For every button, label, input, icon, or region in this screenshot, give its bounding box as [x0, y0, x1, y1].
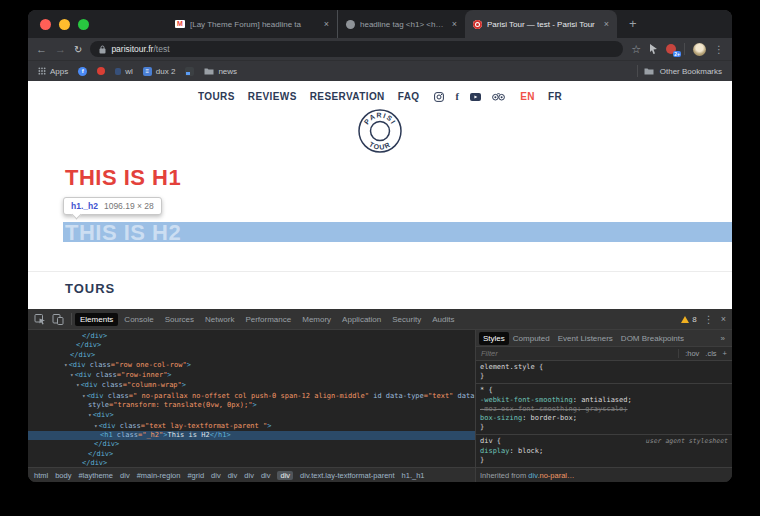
- other-bookmarks-label: Other Bookmarks: [660, 67, 722, 76]
- styles-tab-event-listeners[interactable]: Event Listeners: [554, 332, 617, 345]
- breadcrumb-item[interactable]: div: [261, 471, 271, 480]
- facebook-icon[interactable]: f: [455, 91, 459, 102]
- stylesheet-source-link[interactable]: user agent stylesheet: [646, 437, 728, 446]
- site-nav-faq[interactable]: FAQ: [398, 91, 420, 102]
- dom-node[interactable]: </div>: [28, 440, 475, 449]
- dom-node[interactable]: ▾<div class=" no-parallax no-offset col …: [28, 391, 475, 401]
- page-viewport: TOURSREVIEWSRESERVATIONFAQ f EN FR PARIS…: [28, 81, 732, 309]
- bookmark-red-icon[interactable]: [97, 67, 105, 75]
- breadcrumb-item[interactable]: #grid: [187, 471, 204, 480]
- breadcrumb-item[interactable]: div: [277, 471, 293, 480]
- close-tab-icon[interactable]: ×: [604, 19, 609, 29]
- toggle-hov[interactable]: :hov: [685, 349, 699, 358]
- devtools-toolbar-divider: [71, 313, 72, 325]
- tab-lay-theme-forum[interactable]: M [Lay Theme Forum] headline ta ×: [167, 10, 337, 38]
- close-tab-icon[interactable]: ×: [324, 19, 329, 29]
- forward-icon[interactable]: →: [55, 44, 66, 55]
- inspect-highlight[interactable]: THIS IS H2: [63, 222, 732, 242]
- dom-node[interactable]: </div>: [28, 459, 475, 467]
- dom-node[interactable]: style="transform: translate(0vw, 0px);">: [28, 401, 475, 410]
- breadcrumb-item[interactable]: div: [244, 471, 254, 480]
- youtube-icon[interactable]: [470, 93, 481, 101]
- breadcrumb-item[interactable]: body: [55, 471, 71, 480]
- tripadvisor-icon[interactable]: [492, 93, 505, 101]
- device-toolbar-icon[interactable]: [52, 313, 64, 325]
- breadcrumb-item[interactable]: #laytheme: [78, 471, 113, 480]
- devtools-tab-sources[interactable]: Sources: [160, 313, 199, 326]
- other-bookmarks[interactable]: Other Bookmarks: [637, 65, 722, 77]
- parisi-tour-logo[interactable]: PARISI TOUR: [357, 108, 403, 154]
- bookmark-dark-icon[interactable]: [185, 67, 194, 76]
- pointer-extension-icon[interactable]: [649, 44, 658, 54]
- new-style-rule-button[interactable]: +: [723, 349, 727, 358]
- dom-node[interactable]: ▾<div class="column-wrap">: [28, 380, 475, 390]
- devtools-close-icon[interactable]: ×: [721, 314, 726, 324]
- tab-parisi-tour-active[interactable]: Parisi Tour — test - Parisi Tour ×: [465, 10, 617, 38]
- devtools-tab-security[interactable]: Security: [387, 313, 426, 326]
- ads-extension-icon[interactable]: 2+: [666, 44, 676, 54]
- close-tab-icon[interactable]: ×: [452, 19, 457, 29]
- devtools-menu-icon[interactable]: ⋮: [704, 314, 714, 325]
- profile-avatar[interactable]: [693, 43, 706, 56]
- toggle-cls[interactable]: .cls: [705, 349, 716, 358]
- minimize-window-icon[interactable]: [59, 19, 70, 30]
- styles-tab-dom-breakpoints[interactable]: DOM Breakpoints: [617, 332, 688, 345]
- devtools-tab-audits[interactable]: Audits: [427, 313, 459, 326]
- dom-node[interactable]: ▾<div>: [28, 410, 475, 420]
- site-nav-tours[interactable]: TOURS: [198, 91, 235, 102]
- devtools-tab-performance[interactable]: Performance: [240, 313, 296, 326]
- devtools-tab-memory[interactable]: Memory: [297, 313, 336, 326]
- lang-en[interactable]: EN: [520, 91, 535, 102]
- dom-node[interactable]: </div>: [28, 332, 475, 341]
- breadcrumb-item[interactable]: h1._h1: [402, 471, 425, 480]
- dom-node[interactable]: ▾<div class="row-inner">: [28, 370, 475, 380]
- tooltip-selector: h1._h2: [71, 201, 98, 211]
- site-nav-reservation[interactable]: RESERVATION: [310, 91, 385, 102]
- css-rule[interactable]: * { -webkit-font-smoothing: antialiased;…: [476, 384, 732, 435]
- breadcrumb-item[interactable]: div: [228, 471, 238, 480]
- dom-node-selected[interactable]: <h1 class="_h2">This is H2</h1>: [28, 431, 475, 440]
- breadcrumb-item[interactable]: div: [211, 471, 221, 480]
- apps-shortcut[interactable]: Apps: [38, 67, 68, 76]
- styles-tab-styles[interactable]: Styles: [479, 332, 509, 345]
- console-warnings[interactable]: 8: [681, 315, 696, 324]
- back-icon[interactable]: ←: [36, 44, 47, 55]
- devtools-tab-network[interactable]: Network: [200, 313, 239, 326]
- bookmark-news-folder[interactable]: news: [204, 67, 237, 76]
- bookmark-wl[interactable]: wl: [115, 67, 133, 76]
- new-tab-button[interactable]: +: [629, 10, 637, 38]
- dom-node[interactable]: ▾<div class="text lay-textformat-parent …: [28, 421, 475, 431]
- inspect-element-icon[interactable]: [34, 313, 46, 325]
- reload-icon[interactable]: ↻: [74, 44, 82, 55]
- close-window-icon[interactable]: [40, 19, 51, 30]
- devtools-tab-elements[interactable]: Elements: [75, 313, 118, 326]
- bookmark-facebook-icon[interactable]: f: [78, 67, 87, 76]
- address-bar[interactable]: parisitour.fr/test: [90, 41, 623, 57]
- css-rule[interactable]: user agent stylesheetdiv { display: bloc…: [476, 435, 732, 468]
- site-nav-reviews[interactable]: REVIEWS: [248, 91, 297, 102]
- more-tabs-icon[interactable]: »: [721, 334, 729, 343]
- styles-tab-computed[interactable]: Computed: [509, 332, 554, 345]
- devtools-tab-console[interactable]: Console: [119, 313, 158, 326]
- devtools-tab-application[interactable]: Application: [337, 313, 386, 326]
- bookmark-dux[interactable]: ≡ dux 2: [143, 67, 176, 76]
- zoom-window-icon[interactable]: [78, 19, 89, 30]
- dom-node[interactable]: </div>: [28, 351, 475, 360]
- tab-title: Parisi Tour — test - Parisi Tour: [487, 20, 599, 29]
- instagram-icon[interactable]: [434, 92, 444, 102]
- css-rule[interactable]: element.style {}: [476, 361, 732, 384]
- breadcrumb-item[interactable]: div: [120, 471, 130, 480]
- styles-sidebar: StylesComputedEvent ListenersDOM Breakpo…: [476, 330, 732, 482]
- breadcrumb: htmlbody#laythemediv#main-region#griddiv…: [28, 467, 475, 482]
- dom-node[interactable]: </div>: [28, 450, 475, 459]
- browser-menu-icon[interactable]: ⋮: [714, 44, 724, 55]
- dom-node[interactable]: </div>: [28, 341, 475, 350]
- dom-node[interactable]: ▾<div class="row one-col-row">: [28, 360, 475, 370]
- breadcrumb-item[interactable]: div.text.lay-textformat-parent: [300, 471, 394, 480]
- tab-headline-bug[interactable]: headline tag <h1> <h2> bug | L ×: [337, 10, 465, 38]
- breadcrumb-item[interactable]: html: [34, 471, 48, 480]
- bookmark-star-icon[interactable]: ☆: [631, 43, 641, 56]
- filter-input[interactable]: Filter: [481, 349, 498, 358]
- lang-fr[interactable]: FR: [548, 91, 562, 102]
- breadcrumb-item[interactable]: #main-region: [137, 471, 181, 480]
